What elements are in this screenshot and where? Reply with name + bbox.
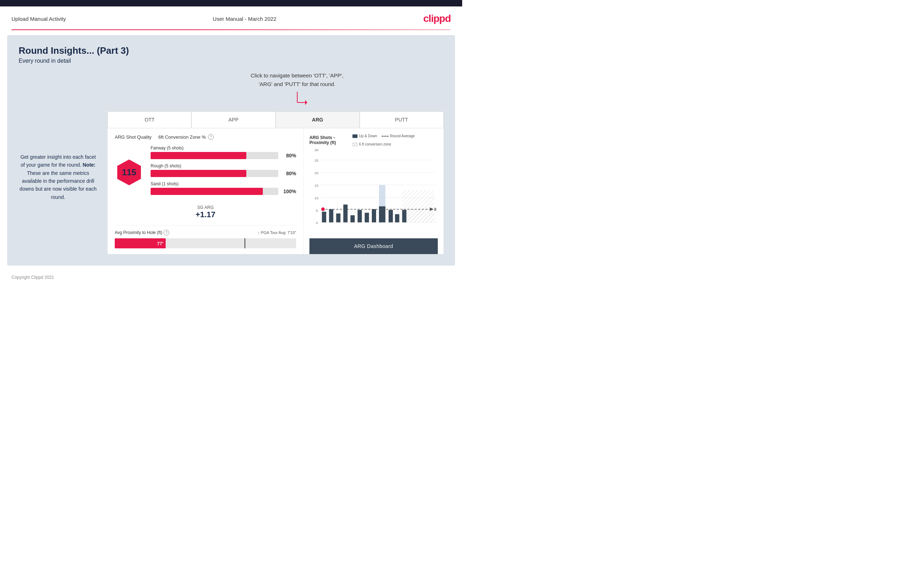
svg-rect-25 <box>365 213 369 222</box>
header-divider <box>11 29 451 30</box>
bar-row-rough: Rough (5 shots) 80% <box>150 163 296 177</box>
proximity-help-icon[interactable]: ? <box>163 230 169 235</box>
svg-rect-26 <box>372 209 376 222</box>
bar-label-sand: Sand (1 shots) <box>150 181 296 186</box>
svg-rect-19 <box>322 212 326 222</box>
svg-text:15: 15 <box>315 184 319 187</box>
legend-sq-up-down <box>352 134 357 138</box>
bar-row-sand: Sand (1 shots) 100% <box>150 181 296 195</box>
bar-pct-sand: 100% <box>282 189 296 194</box>
proximity-bar-track: 77' <box>115 239 296 248</box>
legend-round-avg: Round Average <box>381 134 415 138</box>
section-title: ARG Shot Quality 6ft Conversion Zone % ? <box>115 134 296 140</box>
bar-track-fairway <box>150 152 278 159</box>
tabs: OTT APP ARG PUTT <box>108 111 444 128</box>
bar-label-rough: Rough (5 shots) <box>150 163 296 168</box>
top-bar <box>0 0 462 6</box>
proximity-label: Avg Proximity to Hole (ft) ? <box>115 230 169 235</box>
svg-rect-24 <box>357 210 362 222</box>
svg-point-34 <box>321 208 325 211</box>
hexagon-value: 115 <box>122 168 136 177</box>
chart-svg: 0 5 10 15 20 25 30 <box>309 149 438 228</box>
sg-label: SG ARG <box>115 205 296 210</box>
footer: Copyright Clippd 2021 <box>0 271 462 284</box>
legend-conversion: 6 ft conversion zone <box>352 142 391 146</box>
upload-title: Upload Manual Activity <box>11 16 66 22</box>
main-content: Round Insights... (Part 3) Every round i… <box>7 35 455 266</box>
sg-value: +1.17 <box>115 210 296 219</box>
nav-hint-text: Click to navigate between 'OTT', 'APP','… <box>250 71 344 89</box>
panel-body: ARG Shot Quality 6ft Conversion Zone % ? <box>108 128 444 254</box>
clippd-logo: clippd <box>423 13 451 24</box>
svg-text:20: 20 <box>315 171 319 175</box>
legend-up-down: Up & Down <box>352 134 377 138</box>
bar-pct-fairway: 80% <box>282 153 296 158</box>
shot-quality-bars: Fairway (5 shots) 80% Rou <box>150 145 296 199</box>
copyright: Copyright Clippd 2021 <box>11 275 54 280</box>
legend-dashed <box>381 136 389 137</box>
legend-hatched <box>352 143 357 146</box>
svg-text:5: 5 <box>316 209 318 213</box>
chart-area: 0 5 10 15 20 25 30 <box>309 149 438 235</box>
svg-marker-2 <box>305 100 307 105</box>
svg-rect-22 <box>343 205 347 222</box>
tab-arg[interactable]: ARG <box>276 111 360 128</box>
nav-hint-container: Click to navigate between 'OTT', 'APP','… <box>150 71 444 108</box>
proximity-value: 77' <box>157 241 163 246</box>
tab-ott[interactable]: OTT <box>108 111 191 128</box>
tab-putt[interactable]: PUTT <box>360 111 444 128</box>
svg-rect-21 <box>336 214 341 222</box>
chart-title: ARG Shots - Proximity (ft) <box>309 135 352 145</box>
svg-rect-32 <box>402 210 407 222</box>
help-icon[interactable]: ? <box>208 134 214 140</box>
legend: Up & Down Round Average 6 ft conversion … <box>352 134 438 146</box>
bar-row-fairway: Fairway (5 shots) 80% <box>150 145 296 159</box>
svg-text:25: 25 <box>315 158 319 162</box>
svg-rect-31 <box>402 190 435 222</box>
main-panel: OTT APP ARG PUTT ARG Shot Quality 6ft Co… <box>108 111 444 254</box>
left-description: Get greater insight into each facet of y… <box>19 71 97 254</box>
pga-avg: ↑ PGA Tour Avg: 7'10" <box>258 230 296 235</box>
svg-rect-23 <box>350 215 355 222</box>
svg-text:30: 30 <box>315 149 319 152</box>
hexagon-container: 115 Fairway (5 shots) <box>115 145 296 199</box>
chart-header: ARG Shots - Proximity (ft) Up & Down Rou… <box>309 134 438 146</box>
bar-label-fairway: Fairway (5 shots) <box>150 145 296 150</box>
panel-right: ARG Shots - Proximity (ft) Up & Down Rou… <box>304 128 444 254</box>
svg-text:0: 0 <box>316 221 318 225</box>
page-subtitle: Every round in detail <box>19 58 444 64</box>
header-left: Upload Manual Activity <box>11 16 66 22</box>
header: Upload Manual Activity User Manual - Mar… <box>0 6 462 29</box>
panel-left: ARG Shot Quality 6ft Conversion Zone % ? <box>108 128 304 254</box>
bar-track-sand <box>150 188 278 195</box>
proximity-section: Avg Proximity to Hole (ft) ? ↑ PGA Tour … <box>115 225 296 248</box>
proximity-header: Avg Proximity to Hole (ft) ? ↑ PGA Tour … <box>115 230 296 235</box>
svg-rect-28 <box>379 206 386 222</box>
bar-pct-rough: 80% <box>282 171 296 176</box>
sg-section: SG ARG +1.17 <box>115 205 296 219</box>
svg-text:8: 8 <box>434 207 436 211</box>
bar-track-rough <box>150 170 278 177</box>
page-title: Round Insights... (Part 3) <box>19 45 444 56</box>
svg-rect-20 <box>329 209 333 222</box>
tab-app[interactable]: APP <box>191 111 275 128</box>
proximity-bar-fill: 77' <box>115 239 166 248</box>
svg-rect-29 <box>389 210 393 222</box>
cursor-line <box>244 239 245 248</box>
svg-rect-30 <box>395 214 399 222</box>
header-center: User Manual - March 2022 <box>213 16 276 22</box>
arrow-down <box>283 90 312 108</box>
svg-text:10: 10 <box>315 196 319 200</box>
arg-dashboard-btn[interactable]: ARG Dashboard <box>309 239 438 254</box>
hexagon: 115 <box>115 158 144 187</box>
